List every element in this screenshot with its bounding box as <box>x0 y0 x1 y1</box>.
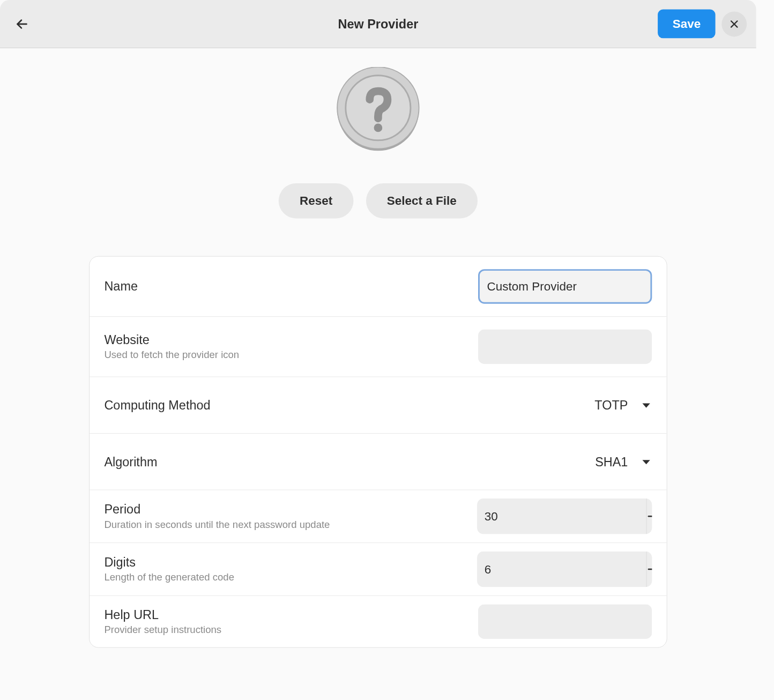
website-label: Website <box>104 332 478 347</box>
back-arrow-icon <box>15 17 28 31</box>
name-label: Name <box>104 279 478 294</box>
help-url-row[interactable]: Help URL Provider setup instructions <box>90 596 667 647</box>
provider-icon-placeholder <box>336 67 420 151</box>
website-input[interactable] <box>478 330 652 364</box>
algorithm-value: SHA1 <box>595 455 628 469</box>
period-row[interactable]: Period Duration in seconds until the nex… <box>90 490 667 543</box>
period-input[interactable] <box>477 498 646 534</box>
minus-icon <box>647 511 652 522</box>
digits-subtitle: Length of the generated code <box>104 572 477 583</box>
method-row[interactable]: Computing Method TOTP <box>90 377 667 434</box>
digits-label: Digits <box>104 555 477 570</box>
reset-button[interactable]: Reset <box>279 183 353 218</box>
chevron-down-icon <box>641 456 652 467</box>
digits-input[interactable] <box>477 552 646 587</box>
method-value: TOTP <box>594 398 628 412</box>
period-subtitle: Duration in seconds until the next passw… <box>104 519 477 530</box>
website-row[interactable]: Website Used to fetch the provider icon <box>90 317 667 377</box>
back-button[interactable] <box>10 11 35 36</box>
period-decrement-button[interactable] <box>646 498 652 534</box>
svg-point-6 <box>374 124 383 132</box>
select-file-button[interactable]: Select a File <box>366 183 478 218</box>
close-icon <box>729 19 740 29</box>
algorithm-label: Algorithm <box>104 455 595 469</box>
method-dropdown[interactable]: TOTP <box>594 398 652 412</box>
method-label: Computing Method <box>104 398 594 412</box>
provider-form: Name Website Used to fetch the provider … <box>89 256 667 648</box>
digits-row[interactable]: Digits Length of the generated code <box>90 543 667 596</box>
name-row[interactable]: Name <box>90 257 667 317</box>
question-coin-icon <box>336 67 420 151</box>
help-url-input[interactable] <box>478 604 652 638</box>
digits-stepper <box>477 552 652 587</box>
website-subtitle: Used to fetch the provider icon <box>104 349 478 361</box>
period-label: Period <box>104 502 477 517</box>
headerbar: New Provider Save <box>0 0 756 48</box>
algorithm-row[interactable]: Algorithm SHA1 <box>90 434 667 490</box>
page-title: New Provider <box>338 17 418 31</box>
close-button[interactable] <box>721 11 747 36</box>
help-url-subtitle: Provider setup instructions <box>104 624 478 636</box>
minus-icon <box>647 564 652 575</box>
chevron-down-icon <box>641 399 652 411</box>
digits-decrement-button[interactable] <box>646 552 652 587</box>
help-url-label: Help URL <box>104 607 478 622</box>
algorithm-dropdown[interactable]: SHA1 <box>595 455 652 469</box>
name-input[interactable] <box>478 269 652 303</box>
period-stepper <box>477 498 652 534</box>
save-button[interactable]: Save <box>658 10 715 39</box>
